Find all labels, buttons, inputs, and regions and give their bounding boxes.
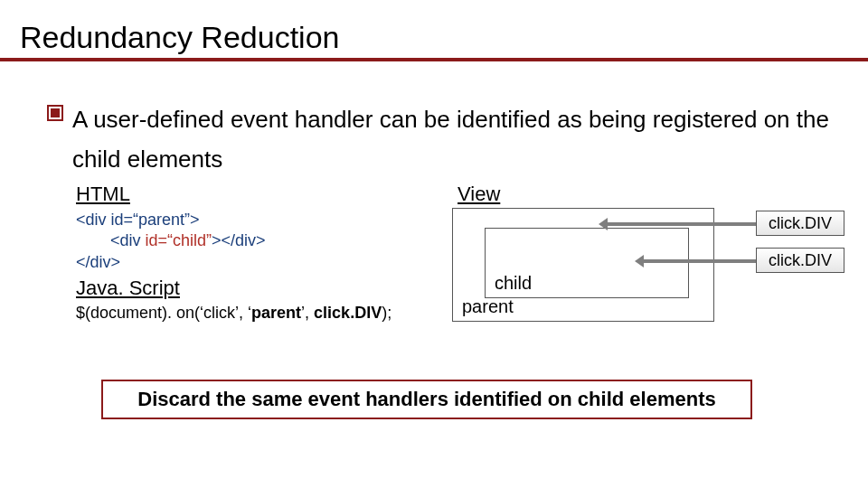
handler-badge-child: click.DIV	[756, 248, 844, 273]
view-section-label: View	[458, 183, 500, 206]
code-token: );	[382, 304, 392, 322]
html-code-block: <div id=“parent”> <div id=“child”></div>…	[76, 210, 266, 273]
parent-box-label: parent	[462, 296, 514, 317]
code-token: id	[146, 231, 158, 249]
code-token: $(document). on(‘click’, ‘	[76, 304, 251, 322]
conclusion-box: Discard the same event handlers identifi…	[101, 380, 752, 419]
code-token: id	[111, 211, 124, 229]
slide-title: Redundancy Reduction	[20, 20, 339, 55]
code-token: =“child”	[158, 231, 212, 249]
handler-badge-parent: click.DIV	[756, 211, 844, 236]
child-box: child	[485, 228, 689, 298]
conclusion-text: Discard the same event handlers identifi…	[137, 388, 715, 411]
arrow-parent	[606, 222, 756, 226]
js-code-block: $(document). on(‘click’, ‘parent’, click…	[76, 304, 392, 323]
html-section-label: HTML	[76, 183, 130, 206]
code-token: <div	[110, 231, 146, 249]
code-token: </div>	[76, 253, 120, 271]
arrow-child	[642, 259, 756, 263]
code-token: ’,	[301, 304, 314, 322]
title-underline	[0, 58, 868, 61]
code-token: ></div>	[212, 231, 266, 249]
code-token: =“parent”	[124, 211, 191, 229]
code-token: click.DIV	[314, 304, 382, 322]
bullet-icon	[47, 105, 63, 121]
js-section-label: Java. Script	[76, 277, 180, 300]
child-box-label: child	[495, 273, 532, 294]
bullet-row: A user-defined event handler can be iden…	[47, 99, 832, 179]
code-token: >	[190, 211, 200, 229]
code-token: parent	[251, 304, 301, 322]
bullet-text: A user-defined event handler can be iden…	[72, 99, 832, 179]
code-token: <div	[76, 211, 111, 229]
